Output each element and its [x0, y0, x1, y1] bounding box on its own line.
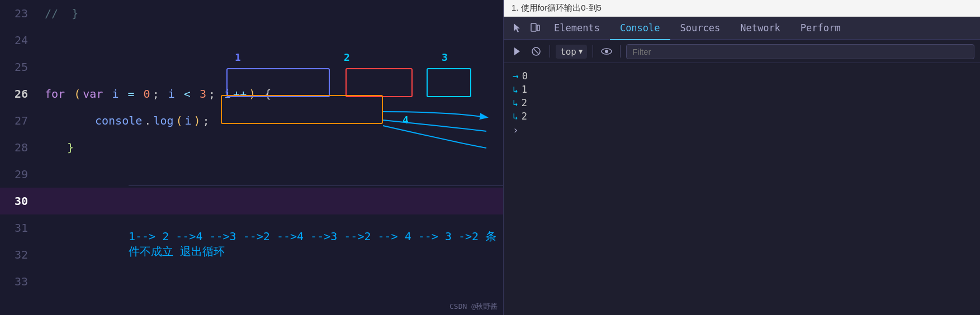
- keyword-for: for: [45, 87, 65, 101]
- svg-line-5: [534, 49, 538, 54]
- line-num-27: 27: [0, 114, 39, 127]
- param-i: i: [185, 114, 192, 127]
- line-num-32: 32: [0, 248, 39, 261]
- svg-point-7: [605, 50, 608, 53]
- tab-elements-label: Elements: [554, 22, 600, 34]
- keyword-var: var: [83, 87, 103, 101]
- cursor-icon-btn[interactable]: [508, 19, 526, 37]
- code-line-29: 29: [0, 161, 503, 188]
- tab-console[interactable]: Console: [610, 17, 670, 40]
- eye-icon: [601, 47, 612, 56]
- var-i: i: [105, 87, 119, 101]
- output-2b: 2: [522, 111, 527, 122]
- op-lt: <: [177, 87, 191, 101]
- paren-open: (: [67, 87, 81, 101]
- paren-close: ): [249, 87, 255, 101]
- log-fn: log: [153, 114, 173, 127]
- line-num-26: 26: [0, 87, 39, 101]
- call-paren-close: ): [194, 114, 201, 127]
- toolbar-divider2: [593, 45, 593, 58]
- line-num-28: 28: [0, 141, 39, 154]
- console-line-0: → 0: [513, 69, 971, 83]
- run-btn[interactable]: [509, 44, 525, 59]
- output-1: 1: [522, 84, 527, 95]
- line-content-27: console.log(i);: [39, 114, 503, 127]
- console-line-1: ↳ 1: [513, 83, 971, 96]
- tab-network[interactable]: Network: [730, 17, 790, 40]
- brace-open: {: [258, 87, 271, 101]
- eye-btn[interactable]: [599, 44, 614, 59]
- stmt-semi: ;: [203, 114, 210, 127]
- device-icon: [529, 22, 541, 34]
- context-label: top: [560, 46, 576, 57]
- context-dropdown[interactable]: top ▼: [556, 45, 587, 59]
- code-editor: 23 // } 24 25 26 for (var i = 0; i: [0, 0, 503, 315]
- line-num-24: 24: [0, 34, 39, 47]
- code-line-30: 30: [0, 188, 503, 214]
- dropdown-arrow: ▼: [579, 47, 583, 55]
- line-num-31: 31: [0, 221, 39, 235]
- clear-icon: [531, 46, 541, 56]
- code-line-27: 27 console.log(i);: [0, 107, 503, 134]
- svg-marker-0: [514, 23, 520, 32]
- console-prompt-line: ›: [513, 123, 971, 137]
- tab-performance[interactable]: Perform: [790, 17, 851, 40]
- output-0: 0: [522, 70, 528, 82]
- line-num-25: 25: [0, 60, 39, 74]
- code-lines: 23 // } 24 25 26 for (var i = 0; i: [0, 0, 503, 295]
- cursor-icon: [512, 22, 523, 34]
- line-num-33: 33: [0, 275, 39, 288]
- watermark: CSDN @秋野酱: [449, 302, 498, 312]
- op-assign: =: [121, 87, 134, 101]
- line-num-23: 23: [0, 7, 39, 20]
- code-line-32: 32: [0, 241, 503, 268]
- console-output: → 0 ↳ 1 ↳ 2 ↳ 2 ›: [504, 63, 980, 315]
- toolbar-divider3: [620, 45, 621, 58]
- code-line-28: 28 }: [0, 134, 503, 161]
- line-num-30: 30: [0, 194, 39, 208]
- code-line-23: 23 // }: [0, 0, 503, 27]
- num-3: 3: [193, 87, 206, 101]
- top-note-text: 1. 使用for循环输出0-到5: [512, 3, 602, 13]
- tab-sources-label: Sources: [680, 22, 721, 34]
- semicolon2: ;: [209, 87, 215, 101]
- line-content-23: // }: [39, 7, 503, 20]
- tab-sources[interactable]: Sources: [670, 17, 731, 40]
- inc-i: i: [217, 87, 231, 101]
- dot: .: [144, 114, 151, 127]
- code-line-26: 26 for (var i = 0; i < 3; i++) {: [0, 80, 503, 107]
- svg-rect-1: [531, 23, 536, 31]
- brace-close: }: [67, 141, 74, 154]
- code-line-24: 24: [0, 27, 503, 54]
- devtools-panel: 1. 使用for循环输出0-到5 Elements Console Source…: [503, 0, 980, 315]
- code-line-25: 25: [0, 54, 503, 80]
- arrow-curve-1: ↳: [513, 84, 518, 95]
- tab-performance-label: Perform: [801, 22, 841, 34]
- call-paren-open: (: [176, 114, 182, 127]
- arrow-curve-2: ↳: [513, 98, 518, 108]
- arrow-curve-2b: ↳: [513, 111, 518, 122]
- console-line-2a: ↳ 2: [513, 96, 971, 109]
- tab-elements[interactable]: Elements: [544, 17, 610, 40]
- toolbar-divider: [550, 45, 550, 58]
- semicolon1: ;: [153, 87, 159, 101]
- code-comment: // }: [45, 7, 78, 20]
- code-line-33: 33: [0, 268, 503, 295]
- num-0: 0: [137, 87, 150, 101]
- svg-marker-3: [514, 47, 520, 55]
- run-icon: [512, 46, 522, 56]
- cond-i: i: [162, 87, 175, 101]
- filter-input[interactable]: [626, 44, 974, 59]
- line-num-29: 29: [0, 168, 39, 181]
- console-obj: console: [95, 114, 142, 127]
- devtools-tabs[interactable]: Elements Console Sources Network Perform: [504, 17, 980, 40]
- device-icon-btn[interactable]: [526, 19, 544, 37]
- console-line-2b: ↳ 2: [513, 109, 971, 123]
- top-note-bar: 1. 使用for循环输出0-到5: [504, 0, 980, 17]
- clear-btn[interactable]: [528, 44, 544, 59]
- svg-rect-2: [537, 25, 539, 31]
- tab-network-label: Network: [740, 22, 780, 34]
- op-inc: ++: [233, 87, 247, 101]
- console-prompt: ›: [513, 124, 519, 136]
- devtools-toolbar: top ▼: [504, 40, 980, 63]
